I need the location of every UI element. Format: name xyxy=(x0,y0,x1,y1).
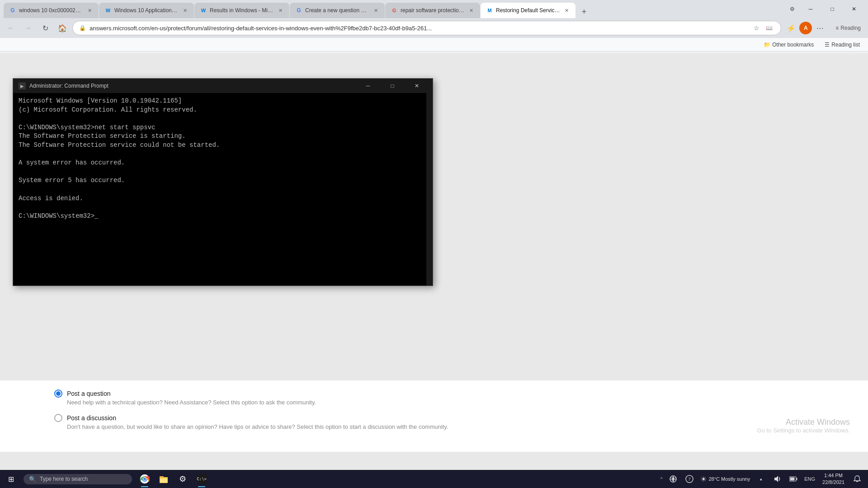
svg-rect-12 xyxy=(797,478,797,480)
taskbar-search[interactable]: 🔍 Type here to search xyxy=(24,474,132,484)
reading-list[interactable]: ☰ Reading list xyxy=(821,40,863,49)
back-button[interactable]: ← xyxy=(4,21,18,35)
folder-icon: 📁 xyxy=(764,42,770,48)
cmd-icon: C:\> xyxy=(197,474,207,484)
bookmark-star-icon[interactable]: ☆ xyxy=(751,23,762,33)
window-controls: ⚙ ─ □ ✕ xyxy=(785,2,864,18)
post-discussion-title: Post a discussion xyxy=(67,414,116,422)
reading-label: Reading xyxy=(840,25,861,31)
file-explorer-icon xyxy=(158,474,169,484)
taskbar-apps: ⚙ C:\> xyxy=(136,470,211,488)
reading-list-label: Reading list xyxy=(831,42,860,48)
tab-favicon-4: G xyxy=(295,7,302,14)
tab-close-5[interactable]: ✕ xyxy=(467,7,475,14)
network-tray-icon[interactable] xyxy=(666,470,680,488)
cmd-maximize-button[interactable]: □ xyxy=(382,80,403,92)
help-tray-icon[interactable]: ? xyxy=(682,470,697,488)
tab-results-windows[interactable]: W Results in Windows - Micro... ✕ xyxy=(194,3,289,18)
cmd-window: ▶ Administrator: Command Prompt ─ □ ✕ Mi… xyxy=(13,78,433,286)
taskbar-chrome[interactable] xyxy=(136,470,154,488)
svg-point-3 xyxy=(143,478,146,480)
new-tab-button[interactable]: + xyxy=(578,5,590,18)
search-placeholder-text: Type here to search xyxy=(40,476,88,482)
extensions-icon[interactable]: ⚡ xyxy=(784,21,798,35)
start-button[interactable]: ⊞ xyxy=(0,470,22,488)
tab-label-2: Windows 10 Application er... xyxy=(114,7,179,14)
post-discussion-option: Post a discussion Don't have a question,… xyxy=(54,414,850,430)
cmd-line-7 xyxy=(19,150,427,159)
svg-rect-6 xyxy=(160,479,167,483)
home-button[interactable]: 🏠 xyxy=(55,21,70,35)
tray-expand-button[interactable]: ^ xyxy=(659,477,665,482)
tab-create-question[interactable]: G Create a new question or s... ✕ xyxy=(290,3,385,18)
tab-close-1[interactable]: ✕ xyxy=(86,7,93,14)
tab-google-search[interactable]: G windows 10 0xc0000022 - C... ✕ xyxy=(4,3,99,18)
cmd-line-10: System error 5 has occurred. xyxy=(19,176,427,185)
time-display: 1:44 PM xyxy=(824,472,843,479)
tab-repair-software[interactable]: G repair software protection... ✕ xyxy=(385,3,480,18)
tab-close-2[interactable]: ✕ xyxy=(181,7,189,14)
svg-marker-10 xyxy=(774,476,778,482)
tab-close-4[interactable]: ✕ xyxy=(372,7,379,14)
taskbar-settings[interactable]: ⚙ xyxy=(174,470,192,488)
forward-button[interactable]: → xyxy=(21,21,35,35)
svg-rect-5 xyxy=(160,476,164,478)
tab-favicon-2: W xyxy=(104,7,112,14)
cmd-line-4: C:\WINDOWS\system32>net start sppsvc xyxy=(19,123,427,132)
post-question-title: Post a question xyxy=(67,390,111,397)
profile-icon[interactable]: A xyxy=(799,22,812,34)
activate-windows-subtitle: Go to Settings to activate Windows. xyxy=(757,427,850,434)
reading-view-icon[interactable]: 📖 xyxy=(764,23,774,33)
address-bar-icons: ☆ 📖 xyxy=(751,23,774,33)
post-discussion-row: Post a discussion xyxy=(54,414,850,422)
other-bookmarks[interactable]: 📁 Other bookmarks xyxy=(760,40,817,49)
browser-menu-icon[interactable]: ⋯ xyxy=(813,21,827,35)
clock-area[interactable]: 1:44 PM 22/8/2021 xyxy=(819,470,848,488)
tab-restoring-default[interactable]: M Restoring Default Services... ✕ xyxy=(481,3,576,18)
address-bar[interactable]: 🔒 answers.microsoft.com/en-us/protect/fo… xyxy=(72,21,781,35)
tab-label-5: repair software protection... xyxy=(401,7,465,14)
post-question-option: Post a question Need help with a technic… xyxy=(54,389,850,406)
browser-close-button[interactable]: ✕ xyxy=(844,2,864,16)
cmd-minimize-button[interactable]: ─ xyxy=(358,80,378,92)
tab-label-4: Create a new question or s... xyxy=(305,7,369,14)
notification-center-button[interactable] xyxy=(850,470,864,488)
taskbar-cmd[interactable]: C:\> xyxy=(193,470,211,488)
battery-icon[interactable] xyxy=(786,470,801,488)
keyboard-layout-icon[interactable]: ENG xyxy=(802,470,817,488)
cmd-line-3 xyxy=(19,114,427,123)
tab-win10-app[interactable]: W Windows 10 Application er... ✕ xyxy=(99,3,194,18)
volume-icon[interactable] xyxy=(770,470,784,488)
cmd-line-12: Access is denied. xyxy=(19,194,427,203)
tab-favicon-6: M xyxy=(486,7,493,14)
cmd-line-9 xyxy=(19,168,427,177)
post-discussion-desc: Don't have a question, but would like to… xyxy=(67,423,850,430)
browser-minimize-button[interactable]: ─ xyxy=(800,2,821,16)
post-question-radio[interactable] xyxy=(54,389,62,398)
taskbar: ⊞ 🔍 Type here to search xyxy=(0,470,868,488)
browser-toolbar: ⚡ A ⋯ xyxy=(784,21,827,35)
activate-windows-watermark: Activate Windows Go to Settings to activ… xyxy=(757,418,850,434)
cmd-line-14: C:\WINDOWS\system32>_ xyxy=(19,212,427,221)
taskbar-file-explorer[interactable] xyxy=(155,470,173,488)
reading-list-button[interactable]: ≡ Reading xyxy=(832,23,864,33)
tab-close-3[interactable]: ✕ xyxy=(277,7,284,14)
chrome-icon xyxy=(139,474,150,484)
cmd-scrollbar[interactable] xyxy=(426,93,433,286)
bookmarks-bar: 📁 Other bookmarks ☰ Reading list xyxy=(0,38,868,52)
cmd-line-8: A system error has occurred. xyxy=(19,159,427,168)
svg-text:?: ? xyxy=(689,476,691,482)
other-bookmarks-label: Other bookmarks xyxy=(772,42,814,48)
cmd-line-13 xyxy=(19,203,427,212)
sun-icon: ☀ xyxy=(700,475,707,483)
browser-maximize-button[interactable]: □ xyxy=(822,2,843,16)
post-discussion-radio[interactable] xyxy=(54,414,62,422)
tab-close-6[interactable]: ✕ xyxy=(563,7,570,14)
cmd-close-button[interactable]: ✕ xyxy=(406,80,427,92)
weather-tray-icon[interactable]: ☀ 28°C Mostly sunny xyxy=(698,470,752,488)
system-tray: ^ ? ☀ 28°C Mostly sunny ▲ ENG xyxy=(659,470,868,488)
settings-icon[interactable]: ⚙ xyxy=(785,2,799,16)
date-display: 22/8/2021 xyxy=(822,479,844,486)
reload-button[interactable]: ↻ xyxy=(38,21,52,35)
cmd-titlebar: ▶ Administrator: Command Prompt ─ □ ✕ xyxy=(13,79,433,93)
